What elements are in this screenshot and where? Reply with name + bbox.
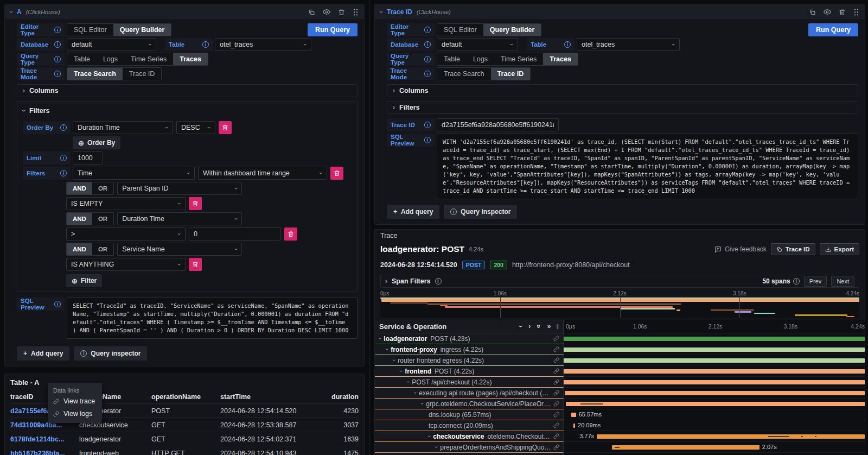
chevron-down-icon[interactable]: › [426, 435, 432, 437]
span-name-cell[interactable]: dns.lookup (65.57ms) [375, 409, 564, 420]
duplicate-icon[interactable] [308, 9, 315, 16]
span-bar-cell[interactable] [564, 344, 865, 355]
span-link-icon[interactable] [551, 346, 563, 352]
trace-mode-search[interactable]: Trace Search [67, 68, 123, 80]
eye-icon[interactable] [323, 8, 330, 16]
chevron-down-icon[interactable]: › [433, 446, 439, 448]
columns-section-toggle[interactable]: ›Columns [387, 84, 858, 97]
query-type-table[interactable]: Table [67, 53, 97, 65]
query-type-timeseries[interactable]: Time Series [124, 53, 173, 65]
span-bar[interactable] [612, 445, 760, 450]
span-filters-toggle[interactable]: ›Span Filtersi 50 spansi Prev Next [380, 275, 859, 288]
query-panel-traceid-header[interactable]: › Trace ID (ClickHouse) [375, 5, 865, 19]
and-option[interactable]: AND [67, 243, 92, 255]
add-query-button[interactable]: +Add query [17, 346, 69, 361]
table-select[interactable]: otel_traces› [577, 38, 680, 51]
span-bar-cell[interactable]: 23.22ms [564, 453, 865, 455]
database-select[interactable]: default› [67, 38, 156, 51]
trace-id-link[interactable]: bb5167b236bfa... [10, 450, 79, 455]
span-bar[interactable] [566, 402, 865, 406]
span-link-icon[interactable] [551, 368, 563, 374]
filter-time-value-select[interactable]: Within dashboard time range› [198, 167, 327, 180]
span-bar-cell[interactable] [564, 388, 865, 399]
remove-filter-button[interactable] [284, 228, 297, 241]
add-query-button[interactable]: +Add query [387, 205, 439, 219]
column-header-duration[interactable]: duration [314, 393, 359, 401]
drag-handle-icon[interactable] [353, 9, 359, 16]
span-link-icon[interactable] [551, 412, 563, 418]
chevron-down-icon[interactable]: › [419, 403, 425, 405]
and-option[interactable]: AND [67, 182, 92, 194]
filter-time-field-select[interactable]: Time› [73, 167, 195, 180]
span-name-cell[interactable]: ›executing api route (pages) /api/checko… [375, 388, 564, 399]
span-bar-cell[interactable]: 65.57ms [564, 409, 865, 420]
chevron-down-icon[interactable]: › [391, 359, 397, 361]
trash-icon[interactable] [338, 9, 345, 16]
span-bar[interactable] [564, 380, 865, 384]
query-type-traces[interactable]: Traces [173, 53, 208, 65]
collapse-all-icon[interactable]: » [535, 325, 542, 328]
remove-filter-button[interactable] [189, 197, 202, 210]
remove-filter-button[interactable] [189, 258, 202, 271]
span-bar[interactable] [564, 337, 865, 341]
order-by-field-select[interactable]: Duration Time› [73, 121, 173, 134]
chevron-down-icon[interactable]: › [405, 381, 411, 383]
remove-order-by-button[interactable] [219, 121, 232, 134]
trace-id-link[interactable]: 6178fde1214bc... [10, 435, 79, 443]
span-name-cell[interactable]: ›oteldemo.CartService/GetCart (23.22ms) [375, 453, 564, 455]
span-bar-cell[interactable]: 20.09ms [564, 420, 865, 431]
span-bar-cell[interactable] [564, 399, 865, 409]
collapse-chevron-icon[interactable]: › [378, 11, 385, 13]
prev-button[interactable]: Prev [804, 276, 827, 287]
span-bar-cell[interactable] [564, 355, 865, 366]
query-builder-option[interactable]: Query Builder [113, 24, 171, 36]
expand-one-icon[interactable]: › [528, 323, 531, 330]
run-query-button[interactable]: Run Query [308, 23, 358, 36]
trace-mode-search[interactable]: Trace Search [437, 68, 491, 80]
columns-section-toggle[interactable]: ›Columns [17, 84, 358, 97]
add-filter-button[interactable]: ⊕Filter [66, 274, 102, 287]
remove-filter-button[interactable] [330, 167, 343, 180]
span-name-cell[interactable]: ›POST /api/checkout (4.22s) [375, 377, 564, 388]
span-name-cell[interactable]: ›frontend-proxyingress (4.22s) [375, 344, 564, 355]
filter-operator-select[interactable]: >› [66, 228, 186, 241]
run-query-button[interactable]: Run Query [808, 23, 858, 36]
query-panel-a-header[interactable]: › A (ClickHouse) [5, 5, 364, 19]
collapse-one-icon[interactable]: › [518, 325, 524, 327]
span-name-cell[interactable]: ›loadgeneratorPOST (4.23s) [375, 333, 564, 344]
minimap-canvas[interactable] [380, 297, 859, 318]
span-bar-cell[interactable]: 3.77s [564, 431, 865, 442]
or-option[interactable]: OR [92, 213, 113, 225]
column-resize-handle[interactable]: ∥ [557, 324, 559, 329]
trace-mode-id[interactable]: Trace ID [123, 68, 161, 80]
span-bar-cell[interactable]: 2.07s [564, 442, 865, 453]
span-name-cell[interactable]: ›prepareOrderItemsAndShippingQuoteFromCa… [375, 442, 564, 453]
order-by-direction-select[interactable]: DESC› [176, 121, 215, 134]
span-name-cell[interactable]: ›frontendPOST (4.22s) [375, 366, 564, 377]
span-bar-cell[interactable] [564, 366, 865, 377]
or-option[interactable]: OR [92, 182, 113, 194]
add-order-by-button[interactable]: ⊕Order By [73, 136, 120, 149]
drag-handle-icon[interactable] [853, 9, 859, 16]
expand-all-icon[interactable]: » [547, 323, 551, 330]
filter-operator-select[interactable]: IS EMPTY› [66, 197, 186, 210]
sql-editor-option[interactable]: SQL Editor [437, 24, 483, 36]
chevron-down-icon[interactable]: › [412, 392, 418, 394]
filter-field-select[interactable]: Duration Time› [117, 212, 242, 225]
filters-section-toggle[interactable]: ›Filters [387, 101, 858, 114]
sql-editor-option[interactable]: SQL Editor [67, 24, 113, 36]
chevron-down-icon[interactable]: › [398, 370, 404, 372]
filter-operator-select[interactable]: IS ANYTHING› [66, 258, 186, 271]
filter-value-input[interactable] [189, 228, 281, 241]
query-type-traces[interactable]: Traces [543, 53, 578, 65]
data-link-item[interactable]: View logs [53, 410, 97, 418]
span-bar[interactable] [573, 424, 575, 428]
trace-minimap[interactable]: 0μs1.06s2.12s3.18s4.24s [380, 290, 859, 318]
filters-section-toggle[interactable]: ›Filters [23, 105, 352, 117]
span-bar[interactable] [597, 434, 865, 439]
span-bar[interactable] [564, 358, 865, 363]
limit-input[interactable] [73, 151, 103, 165]
query-type-table[interactable]: Table [437, 53, 467, 65]
span-name-cell[interactable]: ›checkoutserviceoteldemo.CheckoutService… [375, 431, 564, 442]
span-link-icon[interactable] [551, 401, 563, 407]
